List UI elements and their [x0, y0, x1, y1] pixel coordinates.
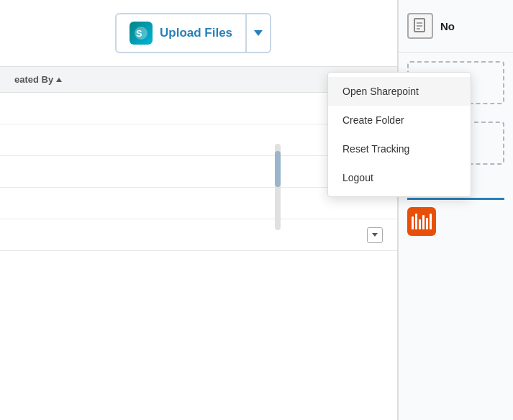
svg-rect-2 — [414, 19, 425, 32]
upload-files-button[interactable]: S Upload Files — [117, 14, 245, 52]
sort-ascending-icon — [56, 78, 62, 82]
dropdown-menu: Open Sharepoint Create Folder Reset Trac… — [327, 72, 471, 197]
upload-dropdown-button[interactable] — [245, 14, 270, 52]
scrollbar-thumb[interactable] — [275, 151, 281, 187]
barcode-line — [426, 218, 428, 229]
sharepoint-icon: S — [130, 22, 153, 45]
dropdown-item-create-folder[interactable]: Create Folder — [328, 106, 471, 134]
document-icon — [407, 13, 433, 39]
barcode-lines — [412, 214, 432, 229]
chevron-down-icon — [254, 30, 263, 36]
related-underline — [407, 198, 504, 200]
scrollbar-track[interactable] — [275, 144, 281, 230]
dropdown-item-reset-tracking[interactable]: Reset Tracking — [328, 134, 471, 163]
right-panel-title: No — [440, 20, 455, 32]
barcode-line — [430, 214, 432, 229]
dropdown-item-label: Open Sharepoint — [342, 86, 419, 97]
table-row — [0, 219, 397, 251]
created-by-column-header: eated By — [14, 74, 62, 85]
barcode-icon — [407, 207, 436, 236]
barcode-line — [422, 215, 425, 229]
dropdown-item-open-sharepoint[interactable]: Open Sharepoint — [328, 77, 471, 106]
created-by-label: eated By — [14, 74, 53, 85]
barcode-line — [415, 214, 417, 229]
upload-label: Upload Files — [160, 26, 232, 40]
right-panel-header: No — [399, 0, 513, 52]
main-layout: S Upload Files eated By — [0, 0, 513, 420]
right-panel: No Relate — [398, 0, 513, 420]
upload-button-group: S Upload Files — [115, 13, 271, 53]
row-dropdown-5[interactable] — [367, 227, 383, 243]
toolbar: S Upload Files — [0, 0, 397, 67]
row-chevron-icon-5 — [372, 233, 378, 237]
dropdown-item-label: Create Folder — [342, 114, 404, 126]
dropdown-item-label: Logout — [342, 172, 373, 183]
barcode-line — [419, 219, 421, 229]
barcode-line — [412, 216, 414, 229]
dropdown-item-label: Reset Tracking — [342, 143, 409, 155]
dropdown-item-logout[interactable]: Logout — [328, 163, 471, 192]
svg-text:S: S — [136, 28, 142, 39]
left-panel: S Upload Files eated By — [0, 0, 398, 420]
